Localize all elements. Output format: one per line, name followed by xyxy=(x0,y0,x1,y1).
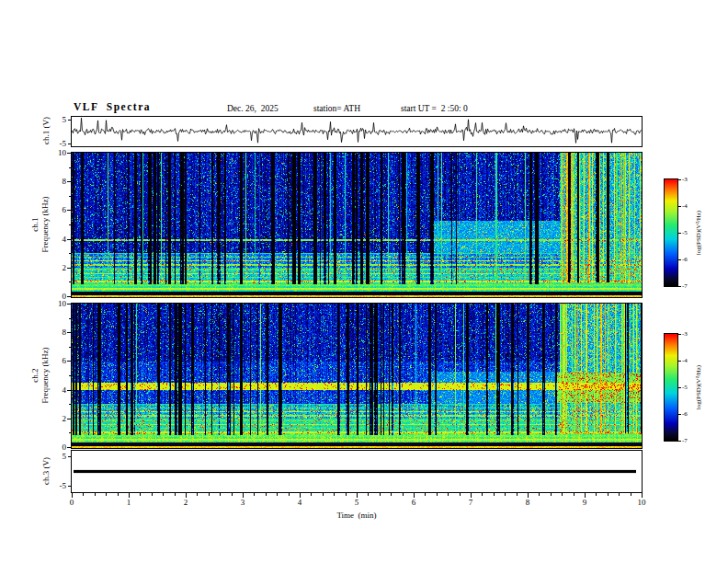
tick-mark xyxy=(471,493,472,498)
x-tick-label: 10 xyxy=(638,498,646,507)
colorbar-1-tick: -3 xyxy=(682,176,688,183)
tick-mark xyxy=(368,493,369,496)
tick-mark xyxy=(69,167,72,168)
tick-mark xyxy=(391,493,392,496)
x-tick-label: 9 xyxy=(583,498,587,507)
tick-mark xyxy=(300,493,301,498)
tick-mark xyxy=(460,493,461,496)
ch1-spec-ytick: 2 xyxy=(50,263,66,272)
tick-mark xyxy=(163,493,164,496)
tick-mark xyxy=(403,493,404,496)
x-tick-label: 7 xyxy=(469,498,473,507)
ch1-spec-ylabel: ch.1 Frequency (kHz) xyxy=(30,196,51,252)
tick-mark xyxy=(437,493,438,496)
ch3-wave-ytick: 5 xyxy=(50,452,66,461)
ch2-spec-ylabel-channel: ch.2 xyxy=(30,347,40,403)
tick-mark xyxy=(67,304,72,304)
tick-mark xyxy=(619,493,620,496)
tick-mark xyxy=(678,286,681,287)
tick-mark xyxy=(68,144,72,144)
tick-mark xyxy=(631,493,631,496)
tick-mark xyxy=(69,375,72,376)
tick-mark xyxy=(152,493,153,496)
colorbar-1 xyxy=(664,178,678,287)
colorbar-2 xyxy=(664,333,678,442)
tick-mark xyxy=(608,493,609,496)
tick-mark xyxy=(357,493,358,498)
tick-mark xyxy=(494,493,495,496)
colorbar-2-tick: -3 xyxy=(682,330,688,338)
ch2-spec-ytick: 6 xyxy=(50,356,66,365)
tick-mark xyxy=(67,239,72,240)
tick-mark xyxy=(585,493,586,498)
x-tick-label: 2 xyxy=(184,498,188,507)
tick-mark xyxy=(118,493,119,496)
colorbar-1-tick: -4 xyxy=(682,202,688,210)
tick-mark xyxy=(232,493,233,496)
tick-mark xyxy=(68,486,72,487)
tick-mark xyxy=(551,493,552,496)
tick-mark xyxy=(67,268,72,269)
tick-mark xyxy=(254,493,255,496)
ch2-spec-ytick: 2 xyxy=(50,414,66,423)
tick-mark xyxy=(69,224,72,225)
colorbar-1-canvas xyxy=(665,179,677,286)
x-tick-label: 5 xyxy=(355,498,359,507)
plot-title: VLF Spectra xyxy=(74,101,151,112)
tick-mark xyxy=(129,493,130,498)
ch1-wave-ytick: 5 xyxy=(50,115,66,124)
ch3-waveform-canvas xyxy=(72,451,642,492)
x-tick-label: 4 xyxy=(298,498,302,507)
ch2-spec-ytick: 4 xyxy=(50,385,66,395)
colorbar-2-canvas xyxy=(665,334,677,441)
tick-mark xyxy=(69,318,72,319)
tick-mark xyxy=(83,493,84,496)
tick-mark xyxy=(69,432,72,433)
tick-mark xyxy=(528,493,529,498)
tick-mark xyxy=(67,296,72,297)
tick-mark xyxy=(678,206,681,207)
ch1-spectrogram-canvas xyxy=(72,153,642,297)
x-tick-label: 1 xyxy=(127,498,131,507)
tick-mark xyxy=(517,493,518,496)
tick-mark xyxy=(323,493,324,496)
tick-mark xyxy=(69,196,72,197)
tick-mark xyxy=(334,493,335,496)
tick-mark xyxy=(414,493,415,498)
ch1-wave-ytick: -5 xyxy=(50,139,66,148)
tick-mark xyxy=(678,361,681,362)
tick-mark xyxy=(574,493,574,496)
tick-mark xyxy=(678,441,681,442)
ch1-spec-ytick: 8 xyxy=(50,177,66,186)
tick-mark xyxy=(346,493,347,496)
tick-mark xyxy=(95,493,96,496)
tick-mark xyxy=(678,233,681,234)
plot-start-ut: start UT = 2 :50: 0 xyxy=(401,104,468,113)
ch2-spec-ytick: 10 xyxy=(50,299,66,308)
tick-mark xyxy=(67,153,72,154)
vlf-spectra-figure: VLF Spectra Dec. 26, 2025 station= ATH s… xyxy=(0,0,728,563)
colorbar-1-tick: -6 xyxy=(682,256,688,263)
tick-mark xyxy=(67,419,72,419)
colorbar-2-label: log(PSD)(V²/Hz) xyxy=(695,365,702,409)
plot-date: Dec. 26, 2025 xyxy=(227,104,279,113)
tick-mark xyxy=(69,347,72,348)
colorbar-2-tick: -7 xyxy=(682,437,688,444)
tick-mark xyxy=(67,210,72,211)
colorbar-1-tick: -5 xyxy=(682,229,688,236)
tick-mark xyxy=(68,120,72,121)
x-tick-label: 6 xyxy=(412,498,416,507)
plot-station: station= ATH xyxy=(313,104,360,113)
colorbar-1-tick: -7 xyxy=(682,282,688,290)
tick-mark xyxy=(266,493,267,496)
ch2-spec-ytick: 8 xyxy=(50,327,66,337)
tick-mark xyxy=(209,493,210,496)
ch2-spectrogram-canvas xyxy=(72,304,642,448)
colorbar-2-tick: -4 xyxy=(682,357,688,364)
tick-mark xyxy=(380,493,381,496)
x-axis-title: Time (min) xyxy=(336,511,376,520)
tick-mark xyxy=(289,493,290,496)
ch1-spec-ytick: 4 xyxy=(50,235,66,244)
ch1-spectrogram-panel xyxy=(71,152,643,298)
tick-mark xyxy=(69,404,72,405)
